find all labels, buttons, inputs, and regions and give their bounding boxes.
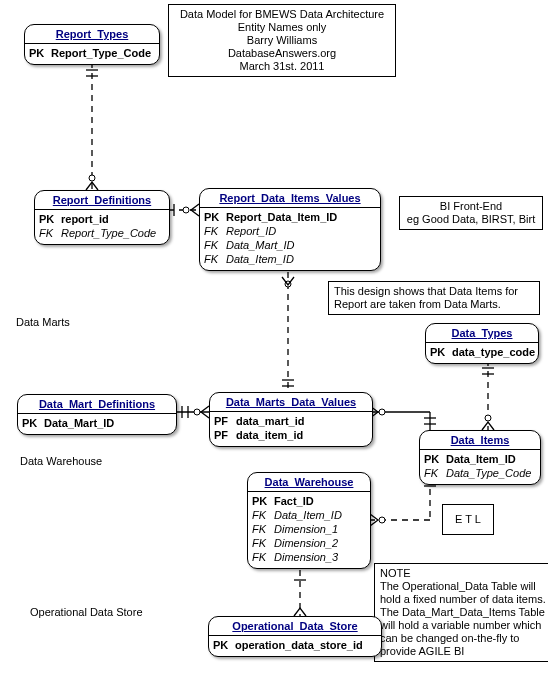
svg-point-27 (379, 517, 385, 523)
annotation-bi-frontend: BI Front-End eg Good Data, BIRST, Birt (399, 196, 543, 230)
header-line1: Data Model for BMEWS Data Architecture (174, 8, 390, 21)
entity-title: Data_Warehouse (248, 473, 370, 492)
entity-title: Report_Data_Items_Values (200, 189, 380, 208)
header-line3: Barry Williams (174, 34, 390, 47)
entity-data-mart-definitions: Data_Mart_Definitions PKData_Mart_ID (17, 394, 177, 435)
svg-point-5 (183, 207, 189, 213)
entity-report-data-items-values: Report_Data_Items_Values PKReport_Data_I… (199, 188, 381, 271)
entity-title: Data_Marts_Data_Values (210, 393, 372, 412)
entity-data-items: Data_Items PKData_Item_ID FKData_Type_Co… (419, 430, 541, 485)
svg-point-14 (194, 409, 200, 415)
header-line5: March 31st. 2011 (174, 60, 390, 73)
note-body: The Operational_Data Table will hold a f… (380, 580, 546, 658)
header-line2: Entity Names only (174, 21, 390, 34)
entity-data-warehouse: Data_Warehouse PKFact_ID FKData_Item_ID … (247, 472, 371, 569)
section-label-data-warehouse: Data Warehouse (20, 455, 102, 467)
entity-data-types: Data_Types PKdata_type_code (425, 323, 539, 364)
section-label-data-marts: Data Marts (16, 316, 70, 328)
entity-report-definitions: Report_Definitions PKreport_id FKReport_… (34, 190, 170, 245)
annotation-etl: E T L (442, 504, 494, 535)
section-label-ods: Operational Data Store (30, 606, 143, 618)
note-title: NOTE (380, 567, 546, 580)
entity-title: Data_Mart_Definitions (18, 395, 176, 414)
svg-point-8 (285, 281, 291, 287)
entity-operational-data-store: Operational_Data_Store PKoperation_data_… (208, 616, 382, 657)
entity-data-marts-data-values: Data_Marts_Data_Values PFdata_mart_id PF… (209, 392, 373, 447)
svg-point-23 (485, 415, 491, 421)
entity-title: Data_Items (420, 431, 540, 450)
annotation-note: NOTE The Operational_Data Table will hol… (374, 563, 548, 662)
entity-report-types: Report_Types PKReport_Type_Code (24, 24, 160, 65)
header-line4: DatabaseAnswers.org (174, 47, 390, 60)
header-box: Data Model for BMEWS Data Architecture E… (168, 4, 396, 77)
entity-title: Report_Definitions (35, 191, 169, 210)
annotation-design-note: This design shows that Data Items for Re… (328, 281, 540, 315)
svg-point-16 (379, 409, 385, 415)
entity-title: Report_Types (25, 25, 159, 44)
svg-point-1 (89, 175, 95, 181)
entity-title: Data_Types (426, 324, 538, 343)
entity-title: Operational_Data_Store (209, 617, 381, 636)
